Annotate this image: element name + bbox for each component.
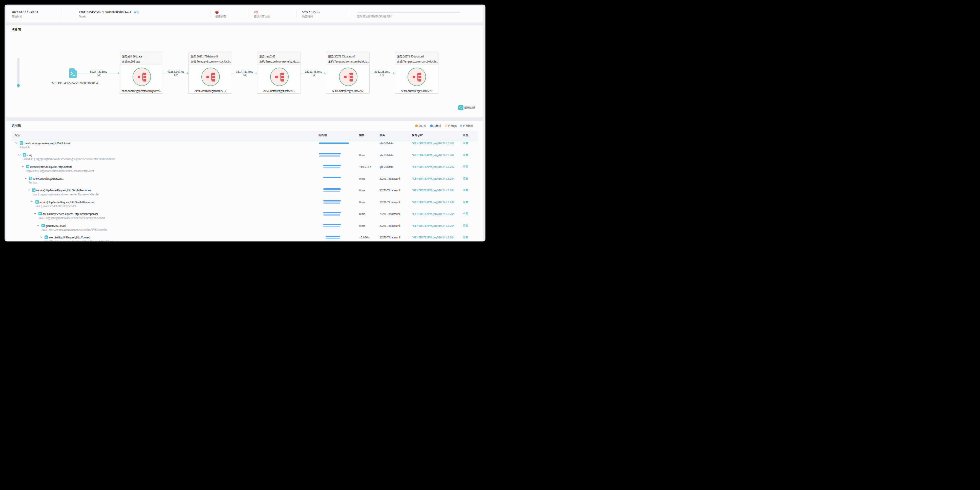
svg-text:m: m [24, 154, 25, 156]
svg-text:m: m [27, 165, 29, 168]
svg-text:m: m [42, 224, 44, 227]
svg-text:m: m [45, 236, 47, 238]
svg-text:m: m [39, 212, 41, 215]
svg-text:m: m [36, 201, 38, 203]
svg-text:m: m [33, 189, 35, 192]
